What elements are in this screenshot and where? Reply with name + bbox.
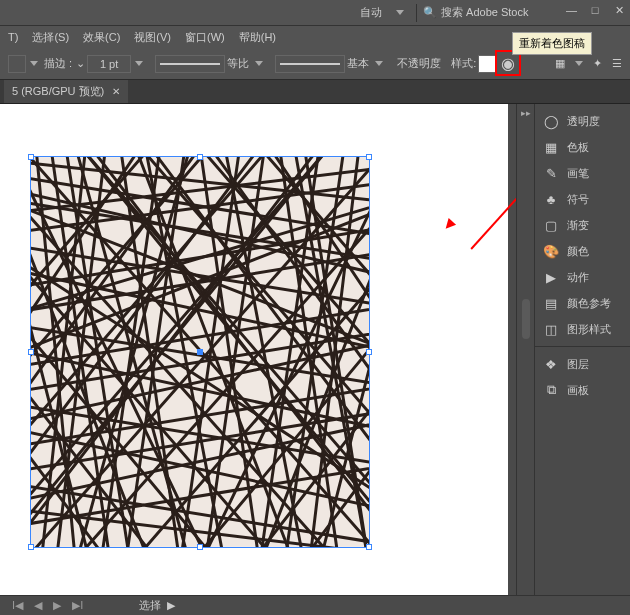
artboard-nav: I◀ ◀ ▶ ▶I <box>8 599 87 612</box>
selection-handle[interactable] <box>366 349 372 355</box>
chevron-down-icon[interactable] <box>30 61 38 66</box>
selection-handle[interactable] <box>28 154 34 160</box>
profile-label: 等比 <box>227 56 249 71</box>
window-minimize[interactable]: — <box>566 4 576 17</box>
nav-last[interactable]: ▶I <box>68 599 87 611</box>
menu-effect[interactable]: 效果(C) <box>79 28 124 47</box>
document-tab[interactable]: 5 (RGB/GPU 预览) ✕ <box>4 80 128 103</box>
panel-strip: ▸▸ <box>516 104 534 599</box>
stroke-label: 描边 : <box>44 56 72 71</box>
artboards-icon: ⧉ <box>543 382 559 398</box>
nav-first[interactable]: I◀ <box>8 599 27 611</box>
selection-handle[interactable] <box>197 544 203 550</box>
menu-type[interactable]: T) <box>4 29 22 45</box>
style-swatch[interactable] <box>478 55 496 73</box>
color-icon: 🎨 <box>543 243 559 259</box>
symbols-icon: ♣ <box>543 191 559 207</box>
search-box[interactable]: 🔍 搜索 Adobe Stock <box>423 5 528 20</box>
artboard <box>0 104 508 599</box>
tab-title: 5 (RGB/GPU 预览) <box>12 84 104 99</box>
panel-swatches[interactable]: ▦色板 <box>535 134 630 160</box>
menu-help[interactable]: 帮助(H) <box>235 28 280 47</box>
status-chevron[interactable]: ▶ <box>167 599 175 612</box>
menu-select[interactable]: 选择(S) <box>28 28 73 47</box>
search-icon: 🔍 <box>423 6 437 19</box>
chevron-down-icon[interactable] <box>255 61 263 66</box>
chevron-down-icon[interactable] <box>375 61 383 66</box>
nav-prev[interactable]: ◀ <box>30 599 46 611</box>
recolor-tooltip: 重新着色图稿 <box>512 32 592 55</box>
panel-color[interactable]: 🎨颜色 <box>535 238 630 264</box>
stepper-down-icon[interactable]: ⌄ <box>76 57 85 70</box>
panel-graphicstyles[interactable]: ◫图形样式 <box>535 316 630 342</box>
brush-dropdown[interactable] <box>275 55 345 73</box>
chevron-down-icon <box>396 10 404 15</box>
menu-icon[interactable]: ☰ <box>612 57 622 70</box>
chevron-down-icon[interactable] <box>575 61 583 66</box>
panel-separator <box>535 346 630 347</box>
selected-object[interactable] <box>30 156 370 548</box>
panel-actions[interactable]: ▶动作 <box>535 264 630 290</box>
workspace-label: 自动 <box>360 5 382 20</box>
stroke-weight-field[interactable]: 1 pt <box>87 55 131 73</box>
selection-center[interactable] <box>197 349 203 355</box>
brush-label: 基本 <box>347 56 369 71</box>
scrollbar-thumb[interactable] <box>522 299 530 339</box>
selection-handle[interactable] <box>366 154 372 160</box>
panel-layers[interactable]: ❖图层 <box>535 351 630 377</box>
color-wheel-icon: ◉ <box>501 54 515 73</box>
brushes-icon: ✎ <box>543 165 559 181</box>
panel-brushes[interactable]: ✎画笔 <box>535 160 630 186</box>
document-tab-bar: 5 (RGB/GPU 预览) ✕ <box>0 80 630 104</box>
selection-handle[interactable] <box>366 544 372 550</box>
selection-handle[interactable] <box>28 349 34 355</box>
layers-icon: ❖ <box>543 356 559 372</box>
graphicstyles-icon: ◫ <box>543 321 559 337</box>
window-close[interactable]: ✕ <box>614 4 624 17</box>
style-label: 样式: <box>451 56 476 71</box>
tab-close-icon[interactable]: ✕ <box>112 86 120 97</box>
window-maximize[interactable]: □ <box>590 4 600 17</box>
workspace-dropdown[interactable]: 自动 <box>354 3 410 22</box>
chevron-down-icon[interactable] <box>135 61 143 66</box>
divider <box>416 4 417 22</box>
profile-dropdown[interactable] <box>155 55 225 73</box>
transparency-icon: ◯ <box>543 113 559 129</box>
panel-transparency[interactable]: ◯透明度 <box>535 108 630 134</box>
menu-view[interactable]: 视图(V) <box>130 28 175 47</box>
expand-panels-icon[interactable]: ▸▸ <box>521 108 531 118</box>
panel-colorguide[interactable]: ▤颜色参考 <box>535 290 630 316</box>
canvas[interactable] <box>0 104 516 599</box>
gradient-icon: ▢ <box>543 217 559 233</box>
actions-icon: ▶ <box>543 269 559 285</box>
right-panel-dock: ◯透明度 ▦色板 ✎画笔 ♣符号 ▢渐变 🎨颜色 ▶动作 ▤颜色参考 ◫图形样式… <box>534 104 630 599</box>
selection-handle[interactable] <box>197 154 203 160</box>
panel-gradient[interactable]: ▢渐变 <box>535 212 630 238</box>
panel-artboards[interactable]: ⧉画板 <box>535 377 630 403</box>
panel-symbols[interactable]: ♣符号 <box>535 186 630 212</box>
status-bar: I◀ ◀ ▶ ▶I 选择 ▶ <box>0 595 630 615</box>
status-tool-label: 选择 <box>139 598 161 613</box>
align-icon[interactable]: ▦ <box>555 57 565 70</box>
opacity-label[interactable]: 不透明度 <box>397 56 441 71</box>
search-placeholder: 搜索 Adobe Stock <box>441 5 528 20</box>
transform-icon[interactable]: ✦ <box>593 57 602 70</box>
colorguide-icon: ▤ <box>543 295 559 311</box>
stroke-swatch[interactable] <box>8 55 26 73</box>
swatches-icon: ▦ <box>543 139 559 155</box>
menu-window[interactable]: 窗口(W) <box>181 28 229 47</box>
selection-handle[interactable] <box>28 544 34 550</box>
nav-next[interactable]: ▶ <box>49 599 65 611</box>
